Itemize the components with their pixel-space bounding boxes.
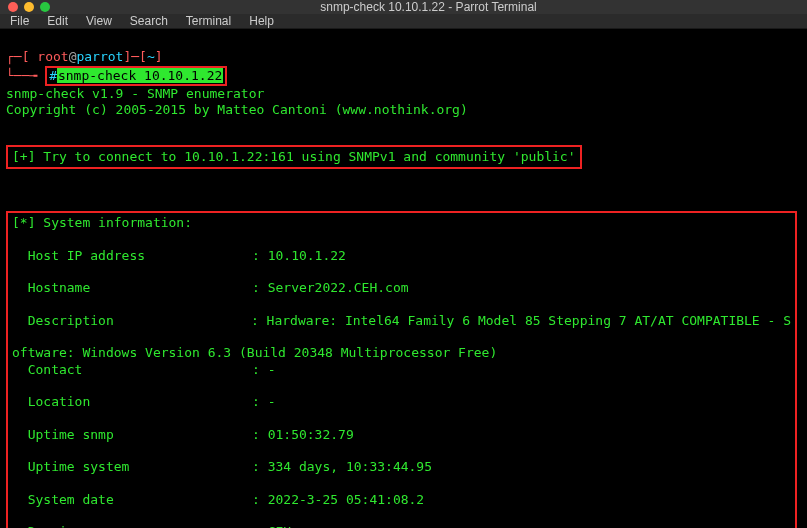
kv-hostname: Hostname: Server2022.CEH.com: [12, 280, 791, 296]
tool-header-2: Copyright (c) 2005-2015 by Matteo Canton…: [6, 102, 468, 117]
menu-search[interactable]: Search: [130, 14, 168, 28]
connect-box: [+] Try to connect to 10.10.1.22:161 usi…: [6, 145, 582, 169]
menubar: File Edit View Search Terminal Help: [0, 14, 807, 29]
sysinfo-heading: [*] System information:: [12, 215, 192, 230]
prompt-tilde: ~: [147, 49, 155, 64]
terminal-window: snmp-check 10.10.1.22 - Parrot Terminal …: [0, 0, 807, 528]
titlebar: snmp-check 10.10.1.22 - Parrot Terminal: [0, 0, 807, 14]
tool-header-1: snmp-check v1.9 - SNMP enumerator: [6, 86, 264, 101]
prompt-host: parrot: [76, 49, 123, 64]
menu-file[interactable]: File: [10, 14, 29, 28]
prompt-user: root: [29, 49, 68, 64]
window-controls: [8, 2, 50, 12]
prompt-line2: └──╼: [6, 68, 45, 83]
sysinfo-box: [*] System information: Host IP address:…: [6, 211, 797, 528]
kv-uptime-snmp: Uptime snmp: 01:50:32.79: [12, 427, 791, 443]
command-highlight-box: #snmp-check 10.10.1.22: [45, 66, 227, 86]
prompt-close2: ]: [155, 49, 163, 64]
window-title: snmp-check 10.10.1.22 - Parrot Terminal: [58, 0, 799, 14]
connect-line: [+] Try to connect to 10.10.1.22:161 usi…: [12, 149, 576, 164]
kv-system-date: System date: 2022-3-25 05:41:08.2: [12, 492, 791, 508]
kv-hostip: Host IP address: 10.10.1.22: [12, 248, 791, 264]
kv-contact: Contact: -: [12, 362, 791, 378]
kv-description: Description: Hardware: Intel64 Family 6 …: [12, 313, 791, 329]
prompt-hash: #: [49, 68, 57, 83]
kv-uptime-system: Uptime system: 334 days, 10:33:44.95: [12, 459, 791, 475]
kv-description-wrap: oftware: Windows Version 6.3 (Build 2034…: [12, 345, 497, 360]
kv-domain: Domain: CEH: [12, 524, 791, 528]
menu-terminal[interactable]: Terminal: [186, 14, 231, 28]
minimize-icon[interactable]: [24, 2, 34, 12]
menu-edit[interactable]: Edit: [47, 14, 68, 28]
terminal-body[interactable]: ┌─[ root@parrot]─[~] └──╼ #snmp-check 10…: [0, 29, 807, 528]
kv-location: Location: -: [12, 394, 791, 410]
maximize-icon[interactable]: [40, 2, 50, 12]
prompt-open: ┌─[: [6, 49, 29, 64]
prompt-close: ]─[: [123, 49, 146, 64]
close-icon[interactable]: [8, 2, 18, 12]
menu-view[interactable]: View: [86, 14, 112, 28]
command-text: snmp-check 10.10.1.22: [57, 68, 223, 83]
menu-help[interactable]: Help: [249, 14, 274, 28]
